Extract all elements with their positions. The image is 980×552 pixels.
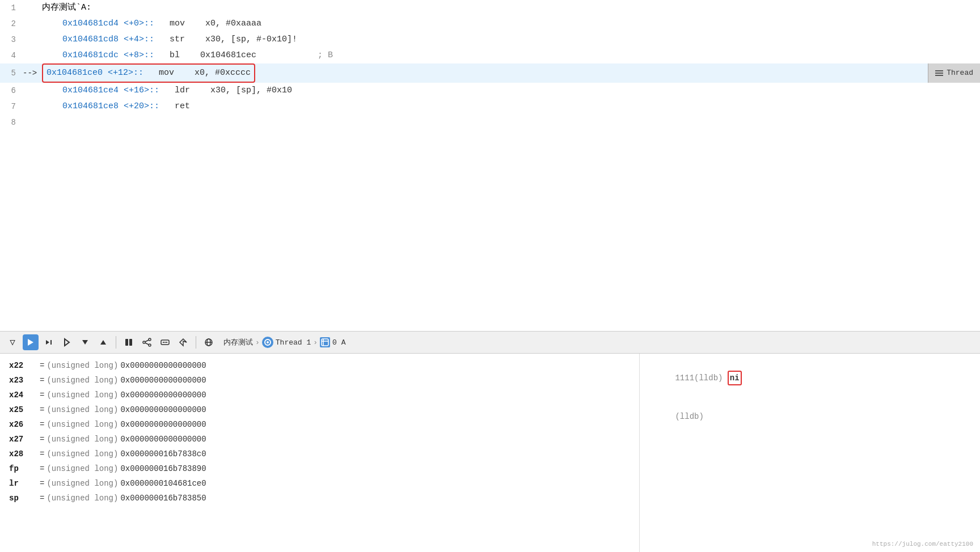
- step-down-button[interactable]: [77, 334, 93, 350]
- var-eq: =: [40, 448, 44, 460]
- code-line-content: 0x104681cd4 <+0>:: mov x0, #0xaaaa: [40, 16, 980, 32]
- line-number: 2: [0, 16, 23, 32]
- code-area: 1内存测试`A:2 0x104681cd4 <+0>:: mov x0, #0x…: [0, 0, 980, 331]
- variable-row: sp = (unsigned long) 0x000000016b783850: [0, 491, 639, 506]
- svg-line-11: [145, 340, 149, 342]
- watermark: https://julog.com/eatty2100: [872, 541, 973, 547]
- breadcrumb: 内存测试 › Thread 1 › 0 A: [223, 337, 345, 348]
- line-number: 6: [0, 83, 23, 99]
- line-number: 3: [0, 32, 23, 48]
- breadcrumb-frame: 0 A: [332, 338, 345, 347]
- svg-rect-2: [50, 340, 52, 345]
- variable-row: x27 = (unsigned long) 0x0000000000000000: [0, 432, 639, 447]
- grid-button[interactable]: [201, 334, 217, 350]
- variable-row: x28 = (unsigned long) 0x000000016b7838c0: [0, 447, 639, 461]
- code-line-content: 内存测试`A:: [40, 0, 980, 16]
- var-type: (unsigned long): [47, 448, 118, 460]
- arrow-indicator: -->: [23, 65, 40, 81]
- step-over-button[interactable]: [41, 334, 57, 350]
- svg-marker-1: [46, 340, 49, 345]
- var-value: 0x0000000000000000: [120, 389, 206, 401]
- step-into-button[interactable]: [59, 334, 75, 350]
- var-eq: =: [40, 374, 44, 387]
- var-type: (unsigned long): [47, 359, 118, 372]
- code-line-content: 0x104681ce0 <+12>:: mov x0, #0xcccc: [40, 63, 980, 83]
- var-name: x26: [9, 418, 37, 431]
- breadcrumb-sep-2: ›: [313, 338, 318, 347]
- variable-row: lr = (unsigned long) 0x0000000104681ce0: [0, 476, 639, 491]
- variable-row: x26 = (unsigned long) 0x0000000000000000: [0, 417, 639, 432]
- svg-rect-6: [125, 339, 128, 346]
- line-number: 4: [0, 48, 23, 63]
- variable-row: x23 = (unsigned long) 0x0000000000000000: [0, 373, 639, 388]
- svg-rect-15: [164, 342, 166, 343]
- svg-marker-5: [100, 340, 106, 345]
- var-eq: =: [40, 492, 44, 504]
- var-type: (unsigned long): [47, 477, 118, 490]
- svg-point-9: [149, 338, 151, 341]
- var-eq: =: [40, 404, 44, 416]
- var-eq: =: [40, 462, 44, 475]
- var-eq: =: [40, 418, 44, 431]
- frame-icon: [320, 337, 330, 347]
- svg-rect-20: [322, 339, 328, 346]
- share-button[interactable]: [139, 334, 155, 350]
- code-line-content: 0x104681cd8 <+4>:: str x30, [sp, #-0x10]…: [40, 32, 980, 48]
- filter-button[interactable]: ▽: [5, 334, 20, 350]
- var-name: x23: [9, 374, 37, 387]
- console-line-1: 1111(lldb) ni: [647, 358, 973, 398]
- code-line-content: 0x104681cdc <+8>:: bl 0x104681cec ; B: [40, 48, 980, 63]
- breadcrumb-app: 内存测试: [223, 337, 253, 347]
- code-line-content: 0x104681ce8 <+20>:: ret: [40, 99, 980, 114]
- separator-1: [116, 336, 116, 349]
- var-type: (unsigned long): [47, 462, 118, 475]
- var-name: x28: [9, 448, 37, 460]
- memory-button[interactable]: [157, 334, 173, 350]
- var-value: 0x0000000000000000: [120, 418, 206, 431]
- variable-row: x25 = (unsigned long) 0x0000000000000000: [0, 402, 639, 417]
- step-up-button[interactable]: [95, 334, 111, 350]
- bottom-area: x22 = (unsigned long) 0x0000000000000000…: [0, 354, 980, 552]
- var-eq: =: [40, 477, 44, 490]
- console-prompt-2: (lldb): [675, 412, 703, 421]
- var-value: 0x000000016b783890: [120, 462, 206, 475]
- var-value: 0x0000000000000000: [120, 374, 206, 387]
- var-type: (unsigned long): [47, 389, 118, 401]
- console-line-2: (lldb): [647, 398, 973, 435]
- line-number: 1: [0, 0, 23, 16]
- var-type: (unsigned long): [47, 418, 118, 431]
- svg-marker-0: [28, 339, 33, 346]
- toolbar: ▽: [0, 331, 980, 354]
- var-value: 0x0000000000000000: [120, 359, 206, 372]
- line-number: 5: [0, 65, 23, 81]
- var-type: (unsigned long): [47, 433, 118, 445]
- breakpoints-button[interactable]: [121, 334, 137, 350]
- var-value: 0x000000016b7838c0: [120, 448, 206, 460]
- svg-point-8: [143, 341, 145, 343]
- console-prompt-1: 1111(lldb): [675, 373, 727, 383]
- location-button[interactable]: [175, 334, 191, 350]
- variable-row: x22 = (unsigned long) 0x0000000000000000: [0, 358, 639, 373]
- variable-row: x24 = (unsigned long) 0x0000000000000000: [0, 388, 639, 402]
- console-panel[interactable]: 1111(lldb) ni (lldb): [640, 354, 980, 552]
- var-type: (unsigned long): [47, 492, 118, 504]
- var-name: x25: [9, 404, 37, 416]
- svg-line-12: [145, 343, 149, 345]
- var-value: 0x0000000000000000: [120, 404, 206, 416]
- var-eq: =: [40, 389, 44, 401]
- svg-point-10: [149, 344, 151, 346]
- svg-rect-14: [163, 342, 164, 343]
- breadcrumb-thread: Thread 1: [276, 338, 311, 347]
- ni-command: ni: [728, 371, 742, 385]
- var-type: (unsigned long): [47, 404, 118, 416]
- var-name: x27: [9, 433, 37, 445]
- highlighted-code-row: Thread5-->0x104681ce0 <+12>:: mov x0, #0…: [0, 63, 980, 83]
- thread-icon-inner: [264, 339, 271, 346]
- var-name: lr: [9, 477, 37, 490]
- var-name: x22: [9, 359, 37, 372]
- var-value: 0x000000016b783850: [120, 492, 206, 504]
- variable-row: fp = (unsigned long) 0x000000016b783890: [0, 461, 639, 476]
- continue-button[interactable]: [23, 334, 39, 350]
- var-eq: =: [40, 359, 44, 372]
- thread-badge: Thread: [928, 63, 980, 83]
